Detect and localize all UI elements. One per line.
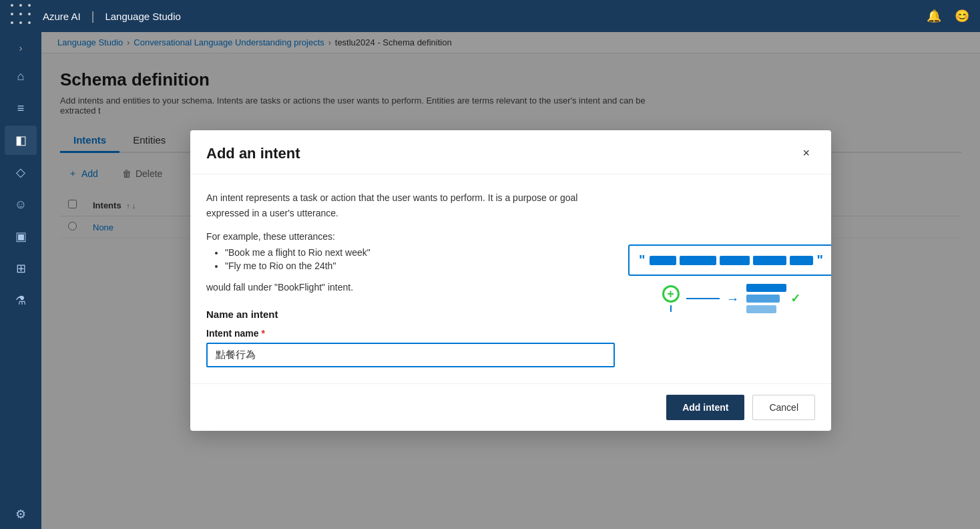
apps-grid[interactable] (11, 4, 35, 28)
diagram-intent-blocks (746, 284, 786, 313)
block-2 (680, 256, 716, 265)
sidebar-item-cube[interactable]: ▣ (5, 222, 37, 251)
main-layout: › ⌂ ≡ ◧ ◇ ☺ ▣ ⊞ ⚗ ⚙ Language Studio › Co… (0, 32, 980, 529)
cancel-button[interactable]: Cancel (752, 395, 815, 420)
sidebar-collapse[interactable]: › (14, 37, 28, 59)
sidebar: › ⌂ ≡ ◧ ◇ ☺ ▣ ⊞ ⚗ ⚙ (0, 32, 41, 529)
modal-fall-under: would fall under "BookFlight" intent. (206, 282, 615, 293)
modal-header: Add an intent × (190, 130, 831, 174)
diagram-utterance-box: " " (628, 244, 831, 276)
modal-example-1: "Book me a flight to Rio next week" (225, 247, 615, 258)
field-label-text: Intent name (206, 328, 259, 339)
intent-block-3 (746, 305, 776, 313)
block-3 (720, 256, 750, 265)
modal-examples-list: "Book me a flight to Rio next week" "Fly… (206, 247, 615, 271)
intent-block-2 (746, 295, 780, 303)
modal-example-2: "Fly me to Rio on the 24th" (225, 260, 615, 271)
modal-examples-intro: For example, these utterances: (206, 231, 615, 242)
sidebar-item-lab[interactable]: ⚗ (5, 286, 37, 315)
sidebar-item-language[interactable]: ◧ (5, 126, 37, 155)
block-5 (790, 256, 813, 265)
modal-right: " " (631, 174, 831, 383)
sidebar-item-settings[interactable]: ⚙ (5, 500, 37, 529)
modal-section-label: Name an intent (206, 309, 615, 320)
required-indicator: * (262, 328, 265, 339)
modal-body: An intent represents a task or action th… (190, 174, 831, 383)
add-intent-button[interactable]: Add intent (666, 395, 744, 420)
modal-left: An intent represents a task or action th… (190, 174, 631, 383)
block-1 (650, 256, 676, 265)
top-nav: Azure AI | Language Studio 🔔 😊 (0, 0, 980, 32)
diagram-arrow-icon: → (726, 291, 740, 307)
diagram-plus-section: + (662, 285, 680, 312)
diagram-right-quote: " (817, 252, 823, 268)
intent-name-input[interactable] (206, 343, 615, 367)
diagram-vert-line (670, 305, 672, 312)
modal-overlay: Add an intent × An intent represents a t… (41, 32, 980, 529)
diagram-left-quote: " (639, 252, 645, 268)
sidebar-item-menu[interactable]: ≡ (5, 94, 37, 123)
modal-footer: Add intent Cancel (190, 383, 831, 431)
product-label: Language Studio (105, 11, 180, 22)
diagram-middle: + → (662, 284, 800, 313)
profile-icon[interactable]: 😊 (955, 9, 969, 23)
block-4 (753, 256, 786, 265)
sidebar-item-custom[interactable]: ◇ (5, 158, 37, 187)
intent-block-1 (746, 284, 786, 292)
notification-icon[interactable]: 🔔 (927, 9, 941, 23)
diagram-plus-icon: + (662, 285, 680, 303)
diagram-word-blocks (650, 256, 813, 265)
diagram-check-icon: ✓ (790, 291, 800, 306)
diagram-intent-section: ✓ (746, 284, 800, 313)
nav-right: 🔔 😊 (927, 9, 969, 23)
sidebar-item-home[interactable]: ⌂ (5, 61, 37, 91)
sidebar-item-entity[interactable]: ☺ (5, 190, 37, 219)
modal-field-label: Intent name * (206, 328, 615, 339)
sidebar-item-dashboard[interactable]: ⊞ (5, 254, 37, 283)
brand-label: Azure AI (43, 11, 81, 22)
add-intent-modal: Add an intent × An intent represents a t… (190, 130, 831, 431)
intent-diagram: " " (628, 244, 831, 313)
content-area: Language Studio › Conversational Languag… (41, 32, 980, 529)
diagram-horiz-arrow (686, 298, 720, 299)
modal-title: Add an intent (206, 145, 300, 162)
modal-description: An intent represents a task or action th… (206, 190, 615, 220)
nav-divider: | (91, 9, 95, 23)
modal-close-button[interactable]: × (797, 144, 815, 163)
